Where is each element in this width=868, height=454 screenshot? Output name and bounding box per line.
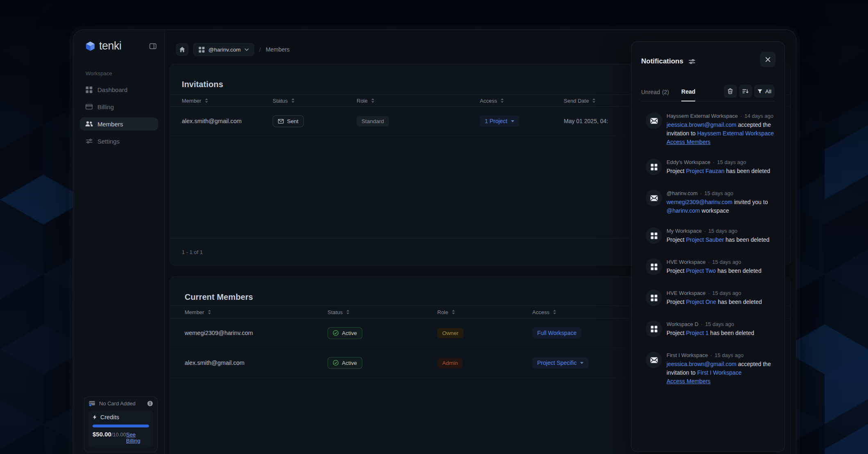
notification-avatar (646, 321, 662, 337)
column-header-status[interactable]: Status (273, 98, 357, 104)
column-header-status[interactable]: Status (328, 309, 437, 315)
notification-item[interactable]: First I Workspace·15 days agojeessica.br… (646, 352, 775, 386)
notification-link[interactable]: jeessica.brown@gmail.com (667, 361, 737, 367)
notification-link[interactable]: Project Fauzan (686, 168, 724, 174)
sidebar-collapse-button[interactable] (148, 42, 158, 51)
notification-link[interactable]: @harinv.com (667, 207, 700, 214)
column-header-access[interactable]: Access (480, 98, 564, 104)
column-header-member[interactable]: Member (182, 98, 273, 104)
notification-avatar (646, 159, 662, 175)
filter-icon (757, 89, 762, 94)
notification-link[interactable]: Hayssem External Workspace (697, 130, 774, 137)
breadcrumb-separator: / (259, 46, 261, 53)
column-header-member[interactable]: Member (185, 309, 328, 315)
notification-text: has been deleted (724, 236, 769, 243)
notification-text: Project (667, 168, 686, 174)
filter-all-button[interactable]: All (754, 85, 775, 98)
notification-item[interactable]: Eddy's Workspace·15 days agoProject Proj… (646, 159, 775, 178)
sidebar-item-billing[interactable]: Billing (80, 100, 158, 113)
notification-link[interactable]: Project Sauber (686, 236, 724, 243)
sidebar-section-label: Workspace (73, 52, 165, 76)
grid-icon (85, 86, 93, 93)
notification-link[interactable]: wemegi2309@harinv.com (667, 199, 732, 205)
sort-icon (592, 98, 596, 103)
info-icon[interactable] (147, 400, 153, 407)
notification-settings-icon[interactable] (689, 59, 695, 64)
status-badge: Sent (273, 115, 304, 127)
notification-time: 15 days ago (712, 290, 741, 297)
notification-text: has been deleted (709, 330, 754, 336)
access-dropdown[interactable]: Full Workspace (532, 327, 581, 339)
workspace-switcher[interactable]: @harinv.com (193, 43, 254, 56)
member-email: alex.smith@gmail.com (185, 360, 328, 366)
credits-box: Credits $50.00 /10.00 See Billing (88, 410, 153, 448)
invitations-title: Invitations (182, 80, 223, 89)
grid-icon (651, 326, 658, 333)
credit-card-icon (85, 104, 93, 110)
notification-item[interactable]: @harinv.com·15 days agowemegi2309@harinv… (646, 190, 775, 215)
notification-workspace: My Workspace (667, 227, 702, 234)
column-header-role[interactable]: Role (437, 309, 532, 315)
notification-link[interactable]: Project One (686, 299, 716, 305)
notification-meta: Workspace D·15 days ago (667, 321, 775, 328)
credits-quota: /10.00 (111, 432, 126, 438)
status-badge: Active (328, 357, 362, 369)
access-dropdown[interactable]: Project Specific (532, 357, 588, 369)
sidebar-item-settings[interactable]: Settings (80, 135, 158, 148)
pagination-label: 1 - 1 of 1 (170, 249, 203, 255)
notification-item[interactable]: My Workspace·15 days agoProject Project … (646, 227, 775, 246)
sort-descending-icon (742, 89, 748, 94)
notification-item[interactable]: Workspace D·15 days agoProject Project 1… (646, 321, 775, 339)
logo-row: tenki (73, 30, 165, 52)
close-icon (765, 57, 771, 62)
notification-avatar (646, 258, 662, 275)
notification-action-link[interactable]: Access Members (667, 377, 710, 386)
notification-meta: My Workspace·15 days ago (667, 227, 775, 234)
column-header-role[interactable]: Role (357, 98, 480, 104)
sidebar-item-dashboard[interactable]: Dashboard (80, 83, 158, 96)
notification-link[interactable]: First I Workspace (697, 369, 742, 376)
notification-time: 15 days ago (712, 258, 741, 265)
sort-icon (371, 98, 375, 103)
notification-text: invited you to (732, 199, 768, 205)
close-button[interactable] (760, 52, 775, 67)
delete-notifications-button[interactable] (724, 85, 737, 98)
notification-link[interactable]: jeessica.brown@gmail.com (667, 121, 737, 128)
notification-workspace: @harinv.com (667, 190, 698, 197)
notification-link[interactable]: Project Two (686, 267, 716, 274)
credits-amount: $50.00 (93, 431, 111, 438)
notification-action-link[interactable]: Access Members (667, 138, 710, 146)
notification-body: Project Project Fauzan has been deleted (667, 168, 770, 174)
notification-text: Project (667, 236, 686, 243)
sidebar-item-members[interactable]: Members (80, 117, 158, 130)
see-billing-link[interactable]: See Billing (126, 432, 149, 444)
notification-body: Project Project 1 has been deleted (667, 330, 754, 336)
sort-notifications-button[interactable] (739, 85, 752, 98)
no-card-label: No Card Added (99, 400, 136, 407)
notification-link[interactable]: Project 1 (686, 330, 708, 336)
notification-meta: Hayssem External Workspace·14 days ago (667, 112, 775, 119)
filter-all-label: All (765, 88, 771, 94)
notification-workspace: HVE Workspace (667, 290, 705, 297)
notification-item[interactable]: HVE Workspace·15 days agoProject Project… (646, 290, 775, 308)
notification-meta: Eddy's Workspace·15 days ago (667, 159, 775, 166)
notification-time: 15 days ago (704, 190, 733, 197)
notification-body: Project Project Sauber has been deleted (667, 236, 769, 243)
breadcrumb: @harinv.com / Members (176, 43, 289, 56)
mail-icon (650, 357, 658, 363)
grid-icon (199, 47, 205, 53)
home-button[interactable] (176, 43, 188, 56)
tab-unread[interactable]: Unread (2) (641, 89, 669, 101)
notification-item[interactable]: Hayssem External Workspace·14 days agoje… (646, 112, 775, 146)
mail-icon (650, 195, 658, 201)
grid-icon (651, 164, 658, 171)
tab-read[interactable]: Read (681, 88, 695, 101)
sort-icon (500, 98, 504, 103)
notification-time: 15 days ago (705, 321, 734, 328)
access-dropdown[interactable]: 1 Project (480, 115, 519, 127)
notifications-list: Hayssem External Workspace·14 days agoje… (631, 101, 784, 452)
notification-workspace: First I Workspace (667, 352, 708, 359)
notification-item[interactable]: HVE Workspace·15 days agoProject Project… (646, 258, 775, 277)
users-icon (85, 121, 93, 127)
notification-avatar (646, 290, 662, 306)
